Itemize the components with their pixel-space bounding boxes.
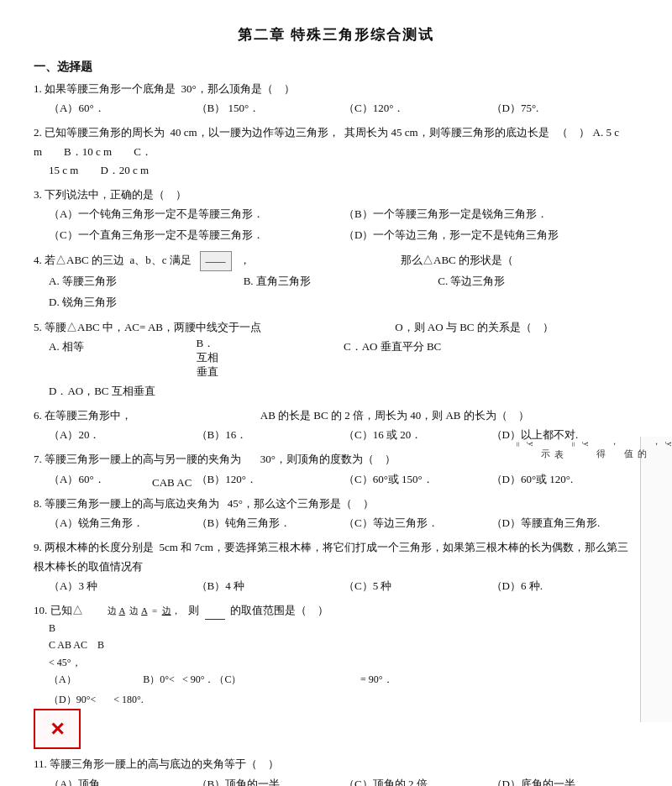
q5-opt-c: C．AO 垂直平分 BC: [344, 337, 521, 380]
q11-opt-b: （B）顶角的一半．: [197, 774, 344, 786]
q3-num: 3.: [34, 188, 42, 201]
q6-num: 6.: [34, 409, 42, 422]
q8-opt-c: （C）等边三角形．: [344, 513, 491, 532]
q1-opt-d: （D）75°.: [491, 98, 639, 118]
q11-num: 11.: [34, 757, 47, 770]
q10-opt-c: = 90°．: [355, 671, 503, 689]
q4-opt-a: A. 等腰三角形: [49, 271, 244, 291]
q4-condition: ——: [200, 251, 232, 271]
q10-opt-b: B）0°< < 90°．（C）: [143, 671, 355, 689]
cab-ac-label: CAB AC: [152, 476, 192, 490]
q1-num: 1.: [34, 82, 42, 95]
q10-image: ✕: [34, 709, 81, 749]
q7-opt-c: （C）60°或 150°．: [344, 469, 491, 489]
q4-options: A. 等腰三角形 B. 直角三角形 C. 等边三角形 D. 锐角三角形: [49, 271, 638, 312]
q10-opt-a: （A）: [49, 671, 143, 689]
q8-num: 8.: [34, 497, 42, 510]
q11-opt-d: （D）底角的一半.: [491, 774, 639, 786]
q9-num: 9.: [34, 541, 42, 553]
question-7: 7. 等腰三角形一腰上的高与另一腰的夹角为 30°，则顶角的度数为（ ） （A）…: [34, 450, 638, 488]
q6-opt-c: （C）16 或 20．: [344, 425, 491, 444]
q11-opt-c: （C）顶角的 2 倍．: [344, 774, 491, 786]
q4-opt-b: B. 直角三角形: [244, 271, 438, 291]
q2-cd: 15 c m D．20 c m: [49, 161, 638, 180]
q10-sub: B C AB AC B < 45°，: [49, 620, 638, 671]
question-11: 11. 等腰三角形一腰上的高与底边的夹角等于（ ） （A）顶角． （B）顶角的一…: [34, 755, 638, 786]
question-3: 3. 下列说法中，正确的是（ ） （A）一个钝角三角形一定不是等腰三角形． （B…: [34, 186, 638, 245]
q8-options: （A）锐角三角形． （B）钝角三角形． （C）等边三角形． （D）等腰直角三角形…: [49, 513, 638, 532]
q7-opt-d: （D）60°或 120°.: [491, 469, 639, 489]
q4-opt-d: D. 锐角三角形: [49, 292, 244, 312]
q5-opt-d: D．AO，BC 互相垂直: [49, 381, 226, 401]
q9-options: （A）3 种 （B）4 种 （C）5 种 （D）6 种.: [49, 576, 638, 595]
question-6: 6. 在等腰三角形中， AB 的长是 BC 的 2 倍，周长为 40，则 AB …: [34, 406, 638, 444]
q10-num: 10.: [34, 604, 47, 616]
q3-opt-b: （B）一个等腰三角形一定是锐角三角形．: [344, 204, 638, 223]
q7-opt-b: （B）120°．: [197, 469, 344, 489]
q6-opt-b: （B）16．: [197, 425, 344, 444]
q6-opt-a: （A）20．: [49, 425, 197, 444]
right-panel-text: 用含y的代数式表示y，的值，得y=表示y=: [511, 442, 672, 451]
q9-opt-b: （B）4 种: [197, 576, 344, 595]
q3-opt-d: （D）一个等边三角，形一定不是钝角三角形: [344, 225, 638, 244]
right-panel: 用含y的代数式表示y，的值，得y=表示y=: [640, 437, 672, 722]
q5-opt-a: A. 相等: [49, 337, 197, 380]
question-8: 8. 等腰三角形一腰上的高与底边夹角为 45°，那么这个三角形是（ ） （A）锐…: [34, 495, 638, 532]
q4-num: 4.: [34, 254, 42, 266]
q5-opt-b: B．互相垂直: [197, 337, 344, 380]
question-2: 2. 已知等腰三角形的周长为 40 cm，以一腰为边作等边三角形， 其周长为 4…: [34, 123, 638, 179]
question-4: 4. 若△ABC 的三边 a、b、c 满足 —— ， 那么△ABC 的形状是（ …: [34, 251, 638, 312]
q1-opt-c: （C）120°．: [344, 98, 491, 118]
q8-opt-b: （B）钝角三角形．: [197, 513, 344, 532]
page-title: 第二章 特殊三角形综合测试: [34, 25, 638, 45]
q8-opt-a: （A）锐角三角形．: [49, 513, 197, 532]
q9-opt-d: （D）6 种.: [491, 576, 639, 595]
page: 第二章 特殊三角形综合测试 一、选择题 1. 如果等腰三角形一个底角是 30°，…: [0, 0, 672, 786]
q5-options: A. 相等 B．互相垂直 C．AO 垂直平分 BC D．AO，BC 互相垂直: [49, 337, 638, 401]
q10-cond: 边 A 边 A = 边，: [108, 605, 181, 616]
q8-opt-d: （D）等腰直角三角形.: [491, 513, 639, 532]
q1-opt-b: （B） 150°．: [197, 98, 344, 118]
section1-title: 一、选择题: [34, 60, 638, 75]
question-10: 10. 已知△ 边 A 边 A = 边， 则 的取值范围是（ ） B C AB …: [34, 601, 638, 749]
q9-opt-a: （A）3 种: [49, 576, 197, 595]
question-9: 9. 两根木棒的长度分别是 5cm 和 7cm，要选择第三根木棒，将它们打成一个…: [34, 538, 638, 595]
question-5: 5. 等腰△ABC 中，AC= AB，两腰中线交于一点 O，则 AO 与 BC …: [34, 318, 638, 401]
q7-options: （A）60°． （B）120°． （C）60°或 150°． （D）60°或 1…: [49, 469, 638, 489]
q11-opt-a: （A）顶角．: [49, 774, 197, 786]
q7-num: 7.: [34, 453, 42, 465]
q10-blank: [205, 608, 225, 620]
q5-num: 5.: [34, 321, 42, 333]
q3-opt-c: （C）一个直角三角形一定不是等腰三角形．: [49, 225, 344, 244]
q9-opt-c: （C）5 种: [344, 576, 491, 595]
q1-opt-a: （A）60°．: [49, 98, 197, 118]
q3-opt-a: （A）一个钝角三角形一定不是等腰三角形．: [49, 204, 344, 223]
q10-options: （A） B）0°< < 90°．（C） = 90°． （D）90°< < 180…: [49, 671, 638, 709]
q2-num: 2.: [34, 126, 42, 139]
q3-options: （A）一个钝角三角形一定不是等腰三角形． （B）一个等腰三角形一定是锐角三角形．…: [49, 204, 638, 245]
q1-options: （A）60°． （B） 150°． （C）120°． （D）75°.: [49, 98, 638, 118]
q10-opt-d: （D）90°< < 180°.: [49, 691, 261, 710]
q11-options: （A）顶角． （B）顶角的一半． （C）顶角的 2 倍． （D）底角的一半.: [49, 774, 638, 786]
question-1: 1. 如果等腰三角形一个底角是 30°，那么顶角是（ ） （A）60°． （B）…: [34, 80, 638, 118]
q4-opt-c: C. 等边三角形: [438, 271, 633, 291]
